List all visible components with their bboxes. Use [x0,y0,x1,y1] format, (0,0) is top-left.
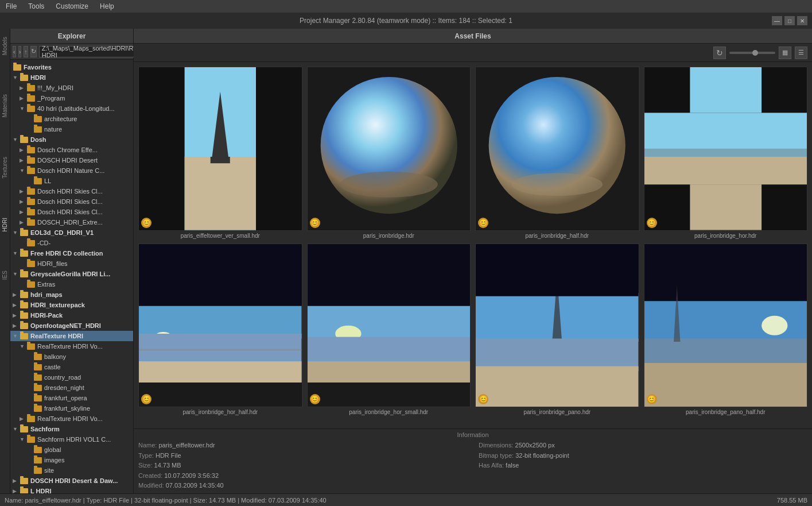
grid-view-button[interactable]: ▦ [779,47,791,59]
info-bitmap-value: 32-bit floating-point [515,452,569,459]
content-toolbar: ↻ ▦ ☰ [134,44,812,62]
thumbnail-item[interactable]: 😊 paris_ironbridge.hdr [307,67,471,239]
tree-item-l-hdri[interactable]: ▶ L HDRI [10,486,133,493]
thumbnail-item[interactable]: 😊 paris_ironbridge_pano.hdr [475,244,639,416]
thumbnail-item[interactable]: 😊 paris_ironbridge_hor.hdr [644,67,808,239]
tree-item-hdri-maps[interactable]: ▶ hdri_maps [10,289,133,300]
tree-item-sachform[interactable]: ▼ Sachform [10,424,133,434]
nav-refresh-button[interactable]: ↻ [30,46,37,57]
info-alfa-value: false [506,462,519,469]
thumbnail-item[interactable]: 😊 paris_ironbridge_half.hdr [475,67,639,239]
tree-item-country-road[interactable]: country_road [10,372,133,383]
tree-item-cd-minus[interactable]: -CD- [10,238,133,248]
tab-models[interactable]: Models [1,34,9,57]
tree-item-program[interactable]: ▶ _Program [10,93,133,103]
tab-ies[interactable]: IES [1,268,9,282]
menu-tools[interactable]: Tools [26,1,46,11]
tree-item-dosch-extr[interactable]: ▶ DOSCH_HDRI_Extre... [10,217,133,227]
thumbnail-item[interactable]: 😊 paris_ironbridge_hor_small.hdr [307,244,471,416]
svg-rect-20 [644,149,807,157]
tree-item-dosch-skies1[interactable]: ▶ Dosch HDRI Skies Cl... [10,186,133,196]
menu-customize[interactable]: Customize [53,1,91,11]
info-alfa-label: Has Alfa: [479,462,506,469]
close-button[interactable]: ✕ [797,16,807,25]
thumbnail-item[interactable]: 😊 paris_ironbridge_pano_half.hdr [644,244,808,416]
info-size-label: Size: [138,462,154,469]
info-left: Name: paris_eiffeltower.hdr Type: HDR Fi… [138,441,467,491]
status-bar: Name: paris_eiffeltower.hdr | Type: HDR … [0,493,812,506]
menu-file[interactable]: File [3,1,19,11]
tree-item-ll[interactable]: LL [10,176,133,186]
svg-point-42 [762,315,787,335]
info-dimensions-value: 2500x2500 px [515,442,555,449]
tree-item-hdri-texturepack[interactable]: ▶ HDRI_texturepack [10,300,133,310]
thumbnail-item[interactable]: 😊 paris_ironbridge_hor_half.hdr [138,244,302,416]
minimize-button[interactable]: — [772,16,782,25]
refresh-button[interactable]: ↻ [713,47,726,59]
nav-up-button[interactable]: ↑ [24,46,28,57]
tree-item-architecture[interactable]: architecture [10,114,133,124]
zoom-slider-thumb[interactable] [752,50,758,56]
tree-item-dosch-chrome[interactable]: ▶ Dosch Chrome Effe... [10,145,133,155]
asset-files-title: Asset Files [454,32,491,40]
tree-item-dosh[interactable]: ▼ Dosh [10,134,133,145]
tree-item-favorites[interactable]: Favorites [10,62,133,72]
tab-materials[interactable]: Materials [1,92,9,120]
nav-forward-button[interactable]: › [18,46,22,57]
tree-item-nature[interactable]: nature [10,124,133,134]
tree-item-hdri[interactable]: ▼ HDRI [10,72,133,83]
list-view-button[interactable]: ☰ [795,47,807,59]
thumb-filename: paris_ironbridge.hdr [307,233,471,239]
tree-item-dosch-desert[interactable]: ▶ DOSCH HDRI Desert [10,155,133,165]
tree-item-images[interactable]: images [10,455,133,465]
tree-item-my-hdri[interactable]: ▶ !!!_My_HDRI [10,83,133,93]
tree-item-realtexture[interactable]: ▼ RealTexture HDRI [10,331,133,341]
svg-rect-19 [690,184,762,230]
tree-item-dosch-skies2[interactable]: ▶ Dosch HDRI Skies Cl... [10,196,133,207]
tree-item-hdri-files[interactable]: HDRI_files [10,258,133,269]
menu-help[interactable]: Help [98,1,116,11]
tree-item-frankfurt-opera[interactable]: frankfurt_opera [10,393,133,403]
tree-item-frankfurt-skyline[interactable]: frankfurt_skyline [10,403,133,414]
info-size-value: 14.73 MB [154,462,181,469]
tree-item-openfootage[interactable]: ▶ OpenfootageNET_HDRI [10,320,133,331]
tree-item-free-hdri[interactable]: ▼ Free HDRI CD collection [10,248,133,258]
tree-item-global[interactable]: global [10,445,133,455]
svg-rect-32 [308,361,471,383]
svg-rect-2 [184,157,256,230]
tree-item-site[interactable]: site [10,465,133,476]
info-name-value: paris_eiffeltower.hdr [158,442,215,449]
info-modified-row: Modified: 07.03.2009 14:35:40 [138,481,467,491]
thumb-badge: 😊 [478,394,488,404]
svg-rect-6 [256,67,301,149]
tab-textures[interactable]: Textures [1,154,9,181]
tree-item-sachform-vol1[interactable]: ▼ Sachform HDRI VOL1 C... [10,434,133,445]
info-grid: Name: paris_eiffeltower.hdr Type: HDR Fi… [138,441,807,491]
left-side-tabs: Models Materials Textures HDRI IES [0,29,10,493]
tree-item-40hdr[interactable]: ▼ 40 hdri (Latitude-Longitud... [10,103,133,114]
tree-item-extras[interactable]: Extras [10,279,133,289]
tree-item-dosch-desert-daw[interactable]: ▶ DOSCH HDRI Desert & Daw... [10,476,133,486]
info-created-value: 10.07.2009 3:56:32 [164,472,219,479]
tree-item-eol3d[interactable]: ▼ EOL3d_CD_HDRI_V1 [10,227,133,238]
thumb-filename: paris_ironbridge_half.hdr [475,233,639,239]
zoom-slider[interactable] [729,52,775,54]
tab-hdri[interactable]: HDRI [1,215,9,234]
tree-item-dosch-skies3[interactable]: ▶ Dosch HDRI Skies Cl... [10,207,133,217]
tree-item-greyscale[interactable]: ▼ GreyscaleGorilla HDRI Li... [10,269,133,279]
info-type-row: Type: HDR File [138,451,467,461]
thumb-badge: 😊 [478,218,488,228]
tree-item-realtexture-vol2[interactable]: ▶ RealTexture HDRI Vo... [10,414,133,424]
tree-item-realtexture-vol[interactable]: ▼ RealTexture HDRI Vo... [10,341,133,352]
tree-item-balkony[interactable]: balkony [10,352,133,362]
thumbnail-item[interactable]: 😊 paris_eiffeltower_ver_small.hdr [138,67,302,239]
thumb-filename: paris_ironbridge_pano_half.hdr [644,409,808,415]
tree-item-hdri-pack[interactable]: ▶ HDRI-Pack [10,310,133,320]
tree-item-dresden-night[interactable]: dresden_night [10,383,133,393]
svg-rect-38 [476,366,639,407]
svg-rect-26 [139,361,302,383]
maximize-button[interactable]: □ [784,16,795,25]
tree-item-dosch-nature[interactable]: ▼ Dosch HDRI Nature C... [10,165,133,176]
tree-item-castle[interactable]: castle [10,362,133,372]
nav-back-button[interactable]: ‹ [13,46,16,57]
